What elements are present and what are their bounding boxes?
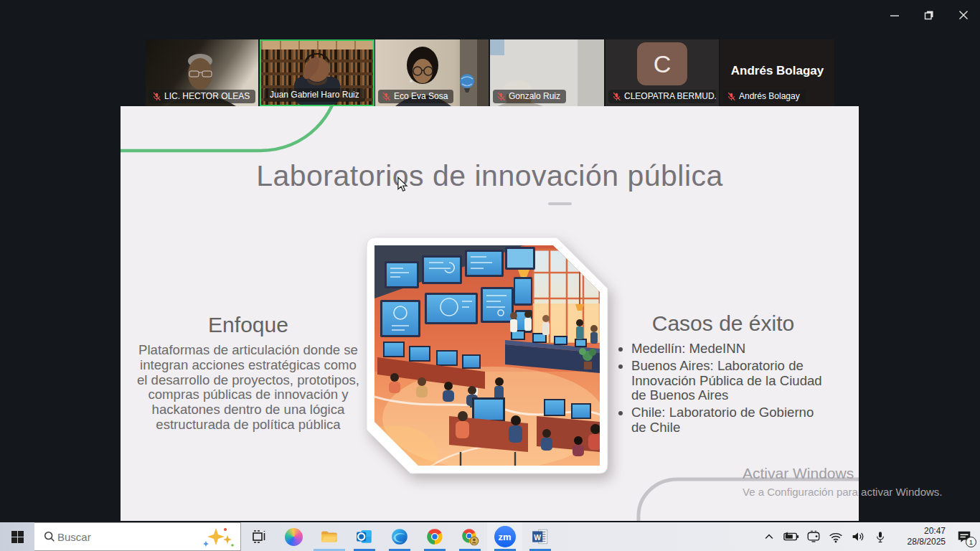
avatar: C — [637, 42, 687, 85]
tray-clock[interactable]: 20:47 28/8/2025 — [895, 526, 946, 547]
task-view-icon — [250, 528, 268, 545]
chrome-icon — [425, 527, 444, 546]
participant-name-pill: LIC. HECTOR OLEAS — [149, 90, 255, 103]
notification-badge: 1 — [966, 537, 976, 547]
taskbar-app-word[interactable]: W — [522, 522, 557, 551]
casos-block: Casos de éxito Medellín: MedeINN Buenos … — [616, 311, 831, 438]
slide-title: Laboratorios de innovación pública — [121, 159, 859, 193]
taskbar-app-file-explorer[interactable] — [311, 522, 347, 551]
enfoque-heading: Enfoque — [136, 313, 360, 337]
system-tray: 20:47 28/8/2025 1 — [758, 522, 980, 551]
volume-icon — [851, 530, 865, 543]
casos-item: Chile: Laboratorio de Gobierno de Chile — [631, 405, 831, 435]
copilot-button[interactable] — [276, 522, 311, 551]
participant-name-pill: CLEOPATRA BERMUD... — [608, 90, 716, 103]
participant-name: CLEOPATRA BERMUD... — [624, 91, 716, 101]
windows-taskbar: zm W — [0, 522, 980, 551]
start-button[interactable] — [0, 522, 34, 551]
participant-name: Andrés Bolagay — [739, 91, 800, 101]
chrome-profile-icon — [461, 527, 479, 546]
participant-tile-hector[interactable]: LIC. HECTOR OLEAS — [146, 39, 258, 106]
search-icon — [43, 530, 56, 543]
word-icon: W — [531, 527, 550, 546]
participant-name: Gonzalo Ruiz — [509, 91, 560, 101]
muted-mic-icon — [152, 92, 161, 101]
close-icon — [958, 10, 969, 20]
windows-logo-icon — [11, 531, 24, 543]
minimize-icon — [890, 10, 900, 20]
chevron-up-icon — [763, 531, 775, 542]
title-underline — [548, 202, 572, 205]
participant-name-pill: Eco Eva Sosa — [378, 90, 453, 103]
participant-tile-juan[interactable]: Juan Gabriel Haro Ruiz — [260, 39, 374, 106]
tray-volume-button[interactable] — [847, 522, 869, 551]
participant-tile-gonzalo[interactable]: Gonzalo Ruiz — [490, 39, 604, 106]
battery-icon — [783, 531, 799, 542]
casos-item: Buenos Aires: Laboratorio de Innovación … — [631, 359, 831, 403]
casos-heading: Casos de éxito — [616, 311, 831, 336]
tray-time: 20:47 — [895, 526, 946, 537]
green-corner-decoration — [121, 106, 357, 156]
participant-name-pill: Gonzalo Ruiz — [493, 90, 566, 103]
restore-button[interactable] — [918, 6, 940, 24]
zoom-icon: zm — [494, 526, 516, 547]
search-input[interactable] — [56, 530, 202, 544]
taskbar-app-edge[interactable] — [382, 522, 417, 551]
minimize-button[interactable] — [884, 6, 905, 24]
muted-mic-icon — [496, 92, 506, 101]
microphone-icon — [875, 530, 886, 544]
zoom-meeting-window: LIC. HECTOR OLEAS Juan Gabriel Haro Ruiz — [0, 0, 980, 551]
participant-tile-eva[interactable]: Eco Eva Sosa — [375, 39, 489, 106]
outlook-icon — [355, 527, 374, 546]
taskbar-app-outlook[interactable] — [347, 522, 382, 551]
copilot-icon — [285, 528, 303, 546]
tray-wifi-button[interactable] — [824, 522, 847, 551]
edge-icon — [390, 527, 409, 546]
participant-tile-andres[interactable]: Andrés Bolagay Andrés Bolagay — [720, 39, 834, 106]
taskbar-app-zoom[interactable]: zm — [487, 522, 522, 551]
muted-mic-icon — [727, 92, 736, 101]
taskbar-search[interactable] — [34, 522, 241, 551]
task-view-button[interactable] — [241, 522, 276, 551]
search-highlights-sparkle-icon — [202, 527, 235, 547]
enfoque-body: Plataformas de articulación donde se int… — [136, 343, 360, 433]
gray-corner-decoration — [623, 472, 859, 521]
participant-name-pill: Andrés Bolagay — [723, 90, 806, 103]
participant-name: Juan Gabriel Haro Ruiz — [270, 90, 359, 100]
muted-mic-icon — [382, 92, 391, 101]
wifi-icon — [829, 531, 843, 543]
tray-microphone-button[interactable] — [869, 522, 891, 551]
window-controls — [884, 6, 974, 24]
innovation-lab-illustration — [364, 235, 610, 478]
file-explorer-icon — [320, 527, 339, 546]
casos-item: Medellín: MedeINN — [631, 342, 831, 357]
notification-center-button[interactable]: 1 — [948, 522, 980, 551]
tray-battery-button[interactable] — [780, 522, 802, 551]
participant-name: LIC. HECTOR OLEAS — [164, 91, 250, 101]
participant-display-name: Andrés Bolagay — [720, 64, 834, 78]
connect-icon — [806, 530, 821, 543]
restore-icon — [924, 10, 934, 20]
tray-connect-button[interactable] — [802, 522, 824, 551]
tray-chevron-button[interactable] — [758, 522, 780, 551]
participant-name-pill: Juan Gabriel Haro Ruiz — [264, 88, 365, 102]
participant-name: Eco Eva Sosa — [394, 91, 448, 101]
tray-date: 28/8/2025 — [895, 537, 946, 547]
participant-tile-cleopatra[interactable]: C CLEOPATRA BERMUD... — [606, 39, 719, 106]
shared-screen-slide: Laboratorios de innovación pública Enfoq… — [121, 106, 859, 521]
close-button[interactable] — [953, 6, 974, 24]
svg-text:W: W — [534, 534, 541, 542]
taskbar-app-chrome-profile[interactable] — [452, 522, 487, 551]
enfoque-block: Enfoque Plataformas de articulación dond… — [136, 313, 360, 433]
casos-list: Medellín: MedeINN Buenos Aires: Laborato… — [616, 342, 831, 435]
taskbar-app-chrome[interactable] — [417, 522, 452, 551]
muted-mic-icon — [612, 92, 621, 101]
